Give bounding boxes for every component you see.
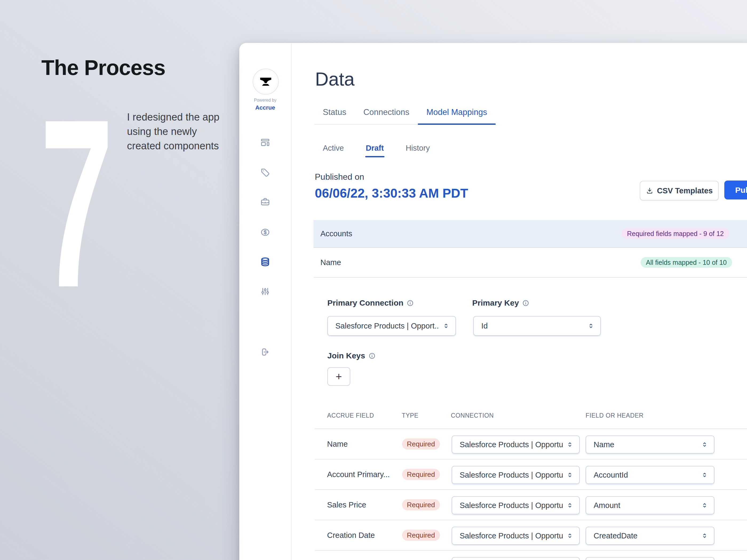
required-badge: Required [402, 469, 440, 480]
slide-description: I redesigned the app using the newly cre… [127, 110, 232, 153]
published-on-label: Published on [315, 172, 364, 182]
column-header-accrue-field: ACCRUE FIELD [327, 412, 374, 419]
sidebar-item-tags[interactable] [260, 167, 270, 178]
subtab-draft[interactable]: Draft [357, 142, 392, 154]
connection-value: Salesforce Products | Opportunity [460, 531, 563, 540]
add-join-key-button[interactable]: + [327, 367, 350, 386]
chevron-updown-icon [566, 502, 573, 509]
accounts-section-row[interactable]: Accounts Required fields mapped - 9 of 1… [313, 220, 747, 248]
mapping-table: Name Required Salesforce Products | Oppo… [315, 429, 747, 560]
required-badge: Required [402, 530, 440, 541]
connection-select[interactable]: Salesforce Products | Opportunity [452, 527, 580, 545]
logout-icon [260, 347, 270, 357]
database-icon [260, 257, 270, 267]
primary-key-select[interactable]: Id [473, 316, 601, 336]
connection-select[interactable] [452, 557, 580, 560]
column-header-connection: CONNECTION [451, 412, 494, 419]
chevron-updown-icon [566, 532, 573, 539]
sidebar-item-data[interactable] [260, 257, 270, 267]
sliders-icon [260, 286, 270, 296]
download-icon [646, 187, 653, 194]
publish-button[interactable]: Publish [724, 181, 747, 199]
sidebar-item-logout[interactable] [260, 347, 270, 357]
chevron-updown-icon [701, 441, 708, 448]
subtab-bar: Active Draft History [314, 142, 438, 154]
published-timestamp: 06/06/22, 3:30:33 AM PDT [315, 186, 468, 201]
primary-connection-select[interactable]: Salesforce Products | Opport... [327, 316, 456, 336]
tab-bar: Status Connections Model Mappings [314, 101, 496, 125]
anvil-icon [259, 75, 273, 88]
field-or-header-select[interactable]: CreatedDate [586, 527, 715, 545]
table-row: Account Primary... Required Salesforce P… [315, 459, 747, 490]
name-section-row[interactable]: Name All fields mapped - 10 of 10 [313, 248, 747, 277]
connection-value: Salesforce Products | Opportunity [460, 471, 563, 479]
primary-key-label-text: Primary Key [472, 298, 519, 308]
chevron-updown-icon [566, 472, 573, 478]
connection-select[interactable]: Salesforce Products | Opportunity [452, 496, 580, 514]
app-window: Powered by Accrue [239, 43, 747, 560]
page-title: Data [315, 69, 355, 90]
chevron-updown-icon [443, 322, 449, 329]
chevron-updown-icon [566, 441, 573, 448]
briefcase-icon [260, 197, 270, 207]
primary-key-label: Primary Key [472, 298, 529, 308]
info-icon[interactable] [368, 352, 376, 359]
tag-icon [260, 167, 270, 178]
connection-value: Salesforce Products | Opportunity [460, 440, 563, 449]
subtab-active[interactable]: Active [314, 142, 353, 154]
csv-templates-label: CSV Templates [657, 186, 713, 195]
primary-connection-label: Primary Connection [327, 298, 414, 308]
sidebar-item-dashboard[interactable] [260, 137, 270, 148]
info-icon[interactable] [407, 299, 414, 306]
chevron-updown-icon [701, 472, 708, 478]
table-row: Name Required Salesforce Products | Oppo… [315, 429, 747, 459]
sidebar-item-settings[interactable] [260, 286, 270, 296]
subtab-history[interactable]: History [397, 142, 438, 154]
dollar-coin-icon [260, 227, 270, 237]
sidebar-divider [291, 43, 291, 560]
required-fields-mapped-badge: Required fields mapped - 9 of 12 [622, 228, 729, 239]
accrue-field-value: Sales Price [327, 501, 366, 509]
sidebar: Powered by Accrue [239, 43, 291, 560]
tab-status[interactable]: Status [314, 101, 355, 124]
column-header-field-or-header: FIELD OR HEADER [586, 412, 643, 419]
sidebar-item-payments[interactable] [260, 227, 270, 237]
connection-select[interactable]: Salesforce Products | Opportunity [452, 435, 580, 454]
powered-by-label: Powered by [239, 98, 291, 103]
column-header-type: TYPE [402, 412, 418, 419]
required-badge: Required [402, 499, 440, 510]
join-keys-label-text: Join Keys [327, 351, 365, 360]
table-row: Sales Price Required Salesforce Products… [315, 490, 747, 520]
required-badge: Required [402, 438, 440, 450]
connection-value: Salesforce Products | Opportunity [460, 501, 563, 510]
field-or-header-select[interactable]: AccountId [586, 466, 715, 484]
step-number: 7 [40, 83, 113, 323]
chevron-updown-icon [701, 502, 708, 509]
brand-name: Accrue [239, 104, 291, 111]
primary-connection-value: Salesforce Products | Opport... [335, 322, 439, 330]
primary-connection-label-text: Primary Connection [327, 298, 403, 308]
connection-select[interactable]: Salesforce Products | Opportunity [452, 466, 580, 484]
field-or-header-value: Name [594, 440, 697, 449]
csv-templates-button[interactable]: CSV Templates [640, 181, 719, 201]
screenshot-canvas: The Process 7 I redesigned the app using… [0, 0, 747, 560]
tab-connections[interactable]: Connections [355, 101, 418, 124]
field-or-header-select[interactable] [586, 557, 715, 560]
dashboard-icon [260, 137, 270, 148]
table-row [315, 551, 747, 560]
field-or-header-value: Amount [594, 501, 697, 510]
sidebar-item-briefcase[interactable] [260, 197, 270, 207]
primary-key-value: Id [481, 322, 584, 330]
accounts-section-title: Accounts [320, 229, 352, 238]
brand-logo [253, 69, 279, 95]
tab-model-mappings[interactable]: Model Mappings [418, 101, 495, 124]
name-section-title: Name [320, 258, 341, 267]
table-row: Creation Date Required Salesforce Produc… [315, 520, 747, 551]
accrue-field-value: Creation Date [327, 531, 375, 540]
field-or-header-value: AccountId [594, 471, 697, 479]
chevron-updown-icon [588, 322, 594, 329]
field-or-header-select[interactable]: Name [586, 435, 715, 454]
info-icon[interactable] [522, 299, 529, 306]
field-or-header-select[interactable]: Amount [586, 496, 715, 514]
all-fields-mapped-badge: All fields mapped - 10 of 10 [641, 257, 732, 268]
